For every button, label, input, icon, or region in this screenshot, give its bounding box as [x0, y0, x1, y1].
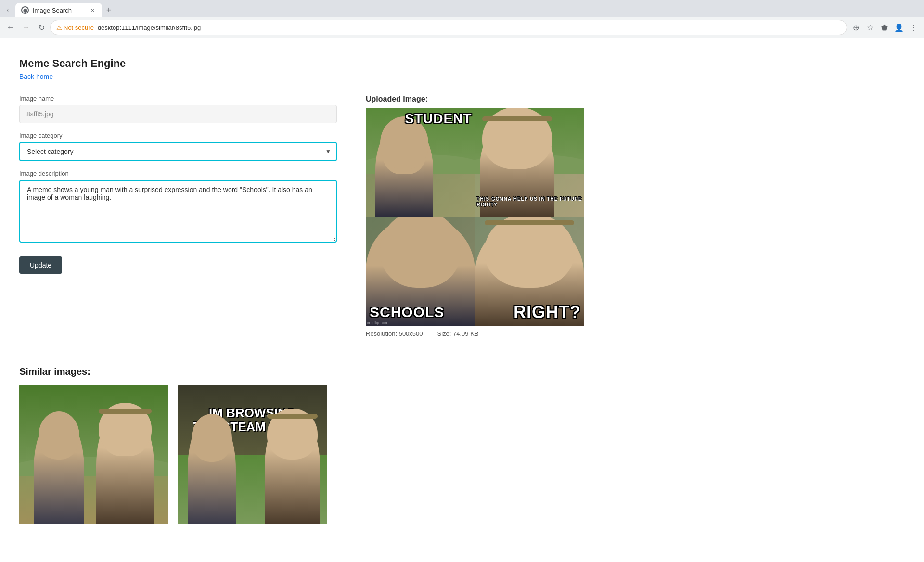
- tab-close-btn[interactable]: ✕: [89, 6, 96, 14]
- window-minimize-btn[interactable]: ‹: [4, 6, 12, 14]
- security-icon: ⚠ Not secure: [56, 24, 94, 31]
- image-name-group: Image name 8sfft5.jpg: [19, 95, 337, 123]
- sim2-headband: [267, 414, 318, 419]
- update-button[interactable]: Update: [19, 256, 62, 274]
- image-name-value: 8sfft5.jpg: [19, 105, 337, 123]
- right-panel: Uploaded Image: STUDENT: [366, 95, 587, 337]
- image-category-label: Image category: [19, 132, 337, 139]
- app-title: Meme Search Engine: [19, 57, 558, 70]
- image-description-group: Image description A meme shows a young m…: [19, 170, 337, 244]
- reload-btn[interactable]: ↻: [35, 21, 48, 34]
- tab-title: Image Search: [33, 7, 85, 14]
- extensions-btn[interactable]: ⬟: [878, 21, 891, 34]
- nav-bar: ← → ↻ ⚠ Not secure desktop:1111/image/si…: [0, 17, 924, 38]
- bookmark-btn[interactable]: ☆: [863, 21, 877, 34]
- watermark-bl: imgflip.com: [367, 320, 389, 325]
- image-category-group: Image category Select category Funny Rea…: [19, 132, 337, 161]
- meme-label-student: STUDENT: [405, 111, 472, 127]
- tab-controls: ‹: [4, 6, 12, 14]
- similar-section-title: Similar images:: [19, 366, 558, 377]
- security-text: Not secure: [64, 24, 94, 31]
- sim2-face-left: [192, 414, 232, 462]
- address-text: desktop:1111/image/similar/8sfft5.jpg: [98, 24, 201, 31]
- zoom-btn[interactable]: ⊕: [849, 21, 862, 34]
- image-resolution: Resolution: 500x500: [366, 330, 423, 337]
- meme-cell-bottom-left: SCHOOLS imgflip.com: [366, 217, 475, 327]
- meme-cell-bottom-right: RIGHT?: [475, 217, 584, 327]
- browser-toolbar-right: ⊕ ☆ ⬟ 👤 ⋮: [849, 21, 920, 34]
- category-select[interactable]: Select category Funny Reaction Animals S…: [19, 142, 337, 161]
- similar-item-2[interactable]: IM BROWSINGTHE STEAM STORE: [178, 385, 327, 524]
- similar-item-1[interactable]: [19, 385, 168, 524]
- sim2-bottom-section: [178, 455, 327, 524]
- page-content: Meme Search Engine Back home Image name …: [0, 38, 578, 544]
- main-layout: Image name 8sfft5.jpg Image category Sel…: [19, 95, 558, 337]
- meme-grid: STUDENT THIS GONNA HELP US IN THE FUTURE…: [366, 108, 584, 326]
- person-face-bl: [380, 217, 461, 288]
- meme-cell-top-left: STUDENT: [366, 108, 475, 217]
- image-description-textarea[interactable]: A meme shows a young man with a surprise…: [19, 180, 337, 243]
- headband-br: [485, 220, 575, 225]
- category-select-wrapper: Select category Funny Reaction Animals S…: [19, 142, 337, 161]
- headband-tr: [482, 116, 552, 121]
- active-tab[interactable]: ⬤ Image Search ✕: [15, 3, 102, 17]
- image-size: Size: 74.09 KB: [437, 330, 479, 337]
- uploaded-image-label: Uploaded Image:: [366, 95, 587, 103]
- sim1-headband: [99, 409, 152, 414]
- back-btn[interactable]: ←: [4, 21, 17, 34]
- address-bar[interactable]: ⚠ Not secure desktop:1111/image/similar/…: [50, 20, 847, 35]
- left-panel: Image name 8sfft5.jpg Image category Sel…: [19, 95, 337, 337]
- person-face-br: [485, 217, 575, 288]
- image-description-label: Image description: [19, 170, 337, 177]
- meme-image-container: STUDENT THIS GONNA HELP US IN THE FUTURE…: [366, 108, 584, 326]
- uploaded-image-section: Uploaded Image: STUDENT: [366, 95, 587, 337]
- meme-label-right: RIGHT?: [513, 302, 581, 322]
- tab-bar: ‹ ⬤ Image Search ✕ +: [0, 0, 924, 17]
- profile-btn[interactable]: 👤: [892, 21, 906, 34]
- similar-section: Similar images: IM BROWSINGTHE STEAM STO…: [19, 366, 558, 524]
- meme-label-future: THIS GONNA HELP US IN THE FUTURE RIGHT?: [477, 196, 584, 208]
- tab-favicon: ⬤: [21, 6, 29, 14]
- image-name-label: Image name: [19, 95, 337, 102]
- similar-grid: IM BROWSINGTHE STEAM STORE: [19, 385, 558, 524]
- back-home-link[interactable]: Back home: [19, 73, 53, 80]
- sim1-face-left: [38, 411, 79, 460]
- meme-label-schools: SCHOOLS: [370, 304, 444, 320]
- forward-btn[interactable]: →: [19, 21, 33, 34]
- meme-cell-top-right: THIS GONNA HELP US IN THE FUTURE RIGHT?: [475, 108, 584, 217]
- image-meta: Resolution: 500x500 Size: 74.09 KB: [366, 330, 587, 337]
- new-tab-btn[interactable]: +: [102, 3, 116, 17]
- menu-btn[interactable]: ⋮: [907, 21, 920, 34]
- browser-chrome: ‹ ⬤ Image Search ✕ + ← → ↻ ⚠ Not secure …: [0, 0, 924, 38]
